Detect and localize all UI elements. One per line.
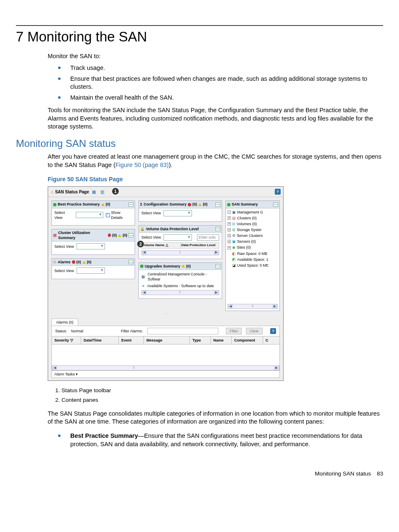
tree-row: ◩Available Space: 1 bbox=[228, 257, 278, 262]
col-datetime[interactable]: Date/Time bbox=[81, 337, 119, 344]
alarms-tab[interactable]: Alarms (0) bbox=[51, 319, 78, 326]
scroll-left-icon[interactable]: ◀ bbox=[142, 290, 147, 295]
chapter-title: 7 Monitoring the SAN bbox=[16, 25, 383, 46]
minimize-icon[interactable]: — bbox=[215, 227, 220, 231]
home-icon[interactable]: ⌂ bbox=[51, 189, 54, 195]
critical-icon bbox=[72, 260, 75, 264]
panel-title: Configuration Summary bbox=[143, 202, 187, 207]
tree-row[interactable]: +▤Clusters (0) bbox=[228, 215, 278, 221]
select-view-dropdown[interactable]: ▼ bbox=[77, 267, 105, 274]
scroll-right-icon[interactable]: ▶ bbox=[214, 251, 219, 255]
crit-count: (0) bbox=[77, 260, 81, 265]
chevron-down-icon: ▼ bbox=[187, 235, 191, 240]
minimize-icon[interactable]: — bbox=[215, 203, 220, 207]
alarm-tasks-dropdown[interactable]: Alarm Tasks ▾ bbox=[51, 371, 280, 378]
tree-row[interactable]: +◉Sites (0) bbox=[228, 244, 278, 250]
tree-row[interactable]: +▣Servers (0) bbox=[228, 239, 278, 244]
scroll-left-icon[interactable]: ◀ bbox=[142, 251, 147, 255]
filter-label: Filter Alarms: bbox=[121, 329, 143, 334]
help-icon[interactable]: ? bbox=[270, 328, 276, 334]
col-name[interactable]: Name bbox=[211, 337, 232, 344]
site-icon: ◉ bbox=[232, 245, 235, 250]
minimize-icon[interactable]: — bbox=[215, 264, 220, 268]
status-page-toolbar: ⌂ SAN Status Page ▦ ▥ ? bbox=[48, 187, 283, 197]
used-space-icon: ◪ bbox=[232, 263, 236, 268]
content-panes-list: Best Practice Summary—Ensure that the SA… bbox=[58, 430, 383, 450]
footer-page-number: 83 bbox=[377, 470, 383, 478]
status-label: Status: bbox=[55, 329, 67, 334]
clear-button[interactable]: Clear bbox=[246, 328, 263, 334]
show-details-checkbox[interactable]: ✓ bbox=[106, 213, 110, 217]
select-view-dropdown[interactable]: ▼ bbox=[76, 212, 103, 218]
col-component[interactable]: Component bbox=[232, 337, 263, 344]
minimize-icon[interactable]: — bbox=[273, 203, 278, 207]
san-summary-panel: SAN Summary — −▣Management G +▤Clusters … bbox=[225, 200, 280, 311]
expand-icon[interactable]: + bbox=[228, 216, 231, 220]
h-scrollbar[interactable]: ◀ Ⅱ ▶ bbox=[52, 365, 279, 370]
tree-row: ◧Raw Space: 0 MB bbox=[228, 251, 278, 257]
warn-count: (0) bbox=[106, 202, 110, 207]
expand-icon[interactable]: − bbox=[228, 211, 231, 214]
warning-icon bbox=[198, 203, 202, 206]
select-view-dropdown[interactable]: ▼ bbox=[77, 243, 105, 249]
expand-icon[interactable]: + bbox=[228, 222, 231, 226]
cluster-utilization-panel: ▤ Cluster Utilization Summary (0) (0) — … bbox=[51, 229, 135, 255]
tree-row[interactable]: +⊟Volumes (0) bbox=[228, 221, 278, 227]
chevron-down-icon: ▼ bbox=[100, 244, 104, 249]
status-ok-icon bbox=[140, 265, 143, 268]
minimize-icon[interactable]: — bbox=[128, 260, 133, 264]
legend-item: 2. Content panes bbox=[55, 396, 383, 404]
best-practice-panel: Best Practice Summary (0) — Select View … bbox=[51, 200, 135, 225]
footer-section: Monitoring SAN status bbox=[315, 470, 371, 478]
scroll-left-icon[interactable]: ◀ bbox=[52, 366, 57, 370]
scroll-left-icon[interactable]: ◀ bbox=[228, 304, 233, 308]
expand-icon[interactable]: + bbox=[228, 228, 231, 231]
col-volume-name[interactable]: Volume Name △ bbox=[142, 243, 181, 248]
tree-row[interactable]: +⊞Storage Syster bbox=[228, 227, 278, 233]
volume-filter-input[interactable]: Enter volu bbox=[197, 234, 219, 241]
h-scrollbar[interactable]: ◀ Ⅱ ▶ bbox=[141, 250, 219, 255]
expand-icon[interactable]: + bbox=[228, 246, 231, 249]
page-footer: Monitoring SAN status 83 bbox=[16, 470, 383, 478]
select-view-label: Select View bbox=[54, 268, 74, 273]
tools-paragraph: Tools for monitoring the SAN include the… bbox=[48, 106, 383, 131]
expand-icon[interactable]: + bbox=[228, 240, 231, 243]
monitor-bullets: Track usage. Ensure that best practices … bbox=[58, 63, 383, 103]
h-scrollbar[interactable]: ◀ Ⅱ ▶ bbox=[141, 290, 219, 295]
chevron-down-icon: ▼ bbox=[100, 268, 104, 273]
minimize-icon[interactable]: — bbox=[128, 203, 133, 207]
software-icon: ▦ bbox=[141, 274, 145, 279]
col-event[interactable]: Event bbox=[119, 337, 144, 344]
crit-count: (0) bbox=[192, 202, 197, 207]
scroll-right-icon[interactable]: ▶ bbox=[274, 366, 279, 370]
section-intro-post: ). bbox=[169, 162, 172, 168]
avail-space-icon: ◩ bbox=[232, 257, 236, 262]
tree-row: ◪Used Space: 0 ME bbox=[228, 262, 278, 268]
detail-view-icon[interactable]: ▥ bbox=[99, 188, 106, 195]
filter-button[interactable]: Filter bbox=[226, 328, 242, 334]
expand-icon[interactable]: + bbox=[228, 234, 231, 237]
tree-row[interactable]: +⚙Server Clusters bbox=[228, 233, 278, 239]
grid-view-icon[interactable]: ▦ bbox=[91, 188, 97, 195]
col-severity[interactable]: Severity ▽ bbox=[52, 337, 81, 344]
col-message[interactable]: Message bbox=[144, 337, 190, 344]
col-type[interactable]: Type bbox=[190, 337, 211, 344]
select-view-dropdown[interactable]: ▼ bbox=[164, 210, 192, 216]
help-icon[interactable]: ? bbox=[275, 189, 281, 195]
figure-xref-link[interactable]: Figure 50 (page 83) bbox=[115, 162, 169, 168]
select-view-dropdown[interactable]: ▼ bbox=[164, 234, 192, 241]
col-protection-level[interactable]: Data Protection Level bbox=[181, 243, 219, 248]
filter-alarms-input[interactable] bbox=[147, 328, 218, 334]
san-tree[interactable]: −▣Management G +▤Clusters (0) +⊟Volumes … bbox=[226, 208, 279, 303]
panel-title: Upgrades Summary bbox=[145, 264, 180, 269]
minimize-icon[interactable]: — bbox=[128, 233, 133, 237]
panel-title: SAN Summary bbox=[232, 202, 258, 207]
toolbar-title: SAN Status Page bbox=[55, 189, 89, 195]
alarms-panel: ✿ Alarms (0) (0) — Select View ▼ bbox=[51, 258, 135, 279]
h-scrollbar[interactable]: ◀ Ⅱ ▶ bbox=[228, 304, 278, 309]
select-view-label: Select View bbox=[54, 210, 73, 220]
scroll-right-icon[interactable]: ▶ bbox=[214, 290, 219, 295]
tree-row[interactable]: −▣Management G bbox=[228, 209, 278, 215]
scroll-right-icon[interactable]: ▶ bbox=[272, 304, 277, 308]
col-c[interactable]: C bbox=[263, 337, 279, 344]
